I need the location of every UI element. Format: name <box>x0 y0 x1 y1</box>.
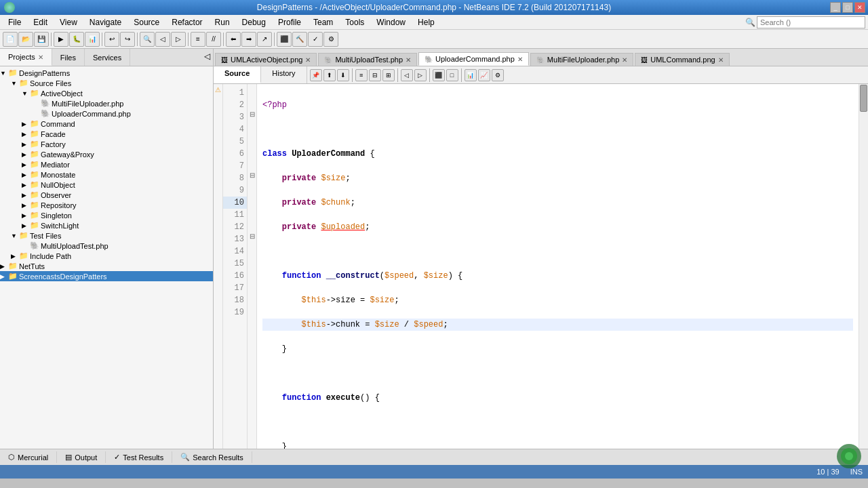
tab-files[interactable]: Files <box>52 49 85 66</box>
menu-tools[interactable]: Tools <box>340 16 370 28</box>
editor-tab-multifileuploader[interactable]: 🐘 MultiFileUploader.php ✕ <box>530 53 633 66</box>
menu-file[interactable]: File <box>3 16 26 28</box>
menu-help[interactable]: Help <box>412 16 440 28</box>
menu-source[interactable]: Source <box>128 16 165 28</box>
collapse-panel-button[interactable]: ◁ <box>201 49 213 66</box>
tree-item-multiuploadtest[interactable]: 🐘 MultiUploadTest.php <box>0 241 213 251</box>
prev-error-button[interactable]: ◁ <box>401 69 413 81</box>
redo-button[interactable]: ↪ <box>120 32 135 47</box>
close-button[interactable]: ✕ <box>854 2 865 13</box>
close-projects-tab[interactable]: ✕ <box>38 54 43 61</box>
prev-bookmark-button[interactable]: ⬆ <box>323 69 336 81</box>
tree-item-test-files[interactable]: ▼ 📁 Test Files <box>0 230 213 241</box>
close-umlactiveobject-tab[interactable]: ✕ <box>305 56 311 64</box>
tree-item-facade[interactable]: ▶ 📁 Facade <box>0 129 213 139</box>
test-button[interactable]: ✓ <box>308 32 323 47</box>
editor-tab-multiuploadtest[interactable]: 🐘 MultiUploadTest.php ✕ <box>318 53 417 66</box>
tree-item-designpatterns[interactable]: ▼ 📁 DesignPatterns <box>0 68 213 78</box>
red-square[interactable]: ⬛ <box>433 69 445 81</box>
global-search-input[interactable] <box>757 16 865 28</box>
tab-history[interactable]: History <box>261 66 307 83</box>
minimize-button[interactable]: _ <box>830 2 841 13</box>
toggle-comment-button[interactable]: // <box>206 32 221 47</box>
debug-button[interactable]: 🐛 <box>69 32 84 47</box>
open-project-button[interactable]: 📂 <box>18 32 33 47</box>
tree-item-nettuts[interactable]: ▶ 📁 NetTuts <box>0 261 213 271</box>
toggle-linenum-button[interactable]: ≡ <box>355 69 368 81</box>
tree-item-repository[interactable]: ▶ 📁 Repository <box>0 200 213 210</box>
bottom-tab-test-results[interactable]: ✓ Test Results <box>106 451 172 463</box>
bar-graph-button[interactable]: 📈 <box>478 69 490 81</box>
new-project-button[interactable]: 📄 <box>3 32 18 47</box>
find-button[interactable]: 🔍 <box>140 32 155 47</box>
tree-item-factory[interactable]: ▶ 📁 Factory <box>0 139 213 149</box>
menu-debug[interactable]: Debug <box>237 16 271 28</box>
toggle-bookmarks-button[interactable]: 📌 <box>310 69 322 81</box>
gutter-empty-9 <box>214 182 222 194</box>
bottom-tab-search-results[interactable]: 🔍 Search Results <box>172 451 252 463</box>
tab-projects[interactable]: Projects ✕ <box>0 49 52 66</box>
navigate-back-button[interactable]: ⬅ <box>226 32 241 47</box>
tree-item-monostate[interactable]: ▶ 📁 Monostate <box>0 169 213 180</box>
run-button[interactable]: ▶ <box>54 32 68 47</box>
vertical-scrollbar[interactable] <box>859 84 868 449</box>
scrollbar-thumb[interactable] <box>860 85 867 112</box>
menu-profile[interactable]: Profile <box>273 16 307 28</box>
tree-item-activeobject[interactable]: ▼ 📁 ActiveObject <box>0 88 213 98</box>
menu-navigate[interactable]: Navigate <box>84 16 127 28</box>
close-uploadercommand-tab[interactable]: ✕ <box>517 56 523 63</box>
square-button[interactable]: □ <box>446 69 458 81</box>
close-multifileuploader-tab[interactable]: ✕ <box>622 56 627 64</box>
find-prev-button[interactable]: ◁ <box>155 32 170 47</box>
tree-item-source-files[interactable]: ▼ 📁 Source Files <box>0 78 213 88</box>
next-bookmark-button[interactable]: ⬇ <box>337 69 349 81</box>
navigate-forward-button[interactable]: ➡ <box>241 32 256 47</box>
next-error-button[interactable]: ▷ <box>414 69 427 81</box>
tree-item-nullobject[interactable]: ▶ 📁 NullObject <box>0 180 213 190</box>
tree-item-switchlight[interactable]: ▶ 📁 SwitchLight <box>0 220 213 230</box>
tab-services[interactable]: Services <box>85 49 130 66</box>
close-multiuploadtest-tab[interactable]: ✕ <box>406 56 411 64</box>
stop-button[interactable]: ⬛ <box>277 32 292 47</box>
fold-all-button[interactable]: ⊟ <box>369 69 381 81</box>
tab-source[interactable]: Source <box>214 66 261 83</box>
more-actions-button[interactable]: ⚙ <box>323 32 338 47</box>
tree-item-screencastsdesignpatters[interactable]: ▶ 📁 ScreencastsDesignPatters <box>0 271 213 281</box>
chart-bar-button[interactable]: 📊 <box>465 69 477 81</box>
bottom-tab-output[interactable]: ▤ Output <box>57 451 106 463</box>
undo-button[interactable]: ↩ <box>104 32 119 47</box>
close-umlcommand-tab[interactable]: ✕ <box>718 56 724 64</box>
profile-button[interactable]: 📊 <box>85 32 100 47</box>
format-button[interactable]: ≡ <box>191 32 205 47</box>
clean-build-button[interactable]: 🔨 <box>292 32 307 47</box>
tree-item-mediator[interactable]: ▶ 📁 Mediator <box>0 159 213 169</box>
code-content[interactable]: <?php class UploaderCommand { private $s… <box>257 84 859 449</box>
menu-team[interactable]: Team <box>308 16 338 28</box>
settings-btn[interactable]: ⚙ <box>492 69 504 81</box>
menu-refactor[interactable]: Refactor <box>166 16 208 28</box>
menu-view[interactable]: View <box>54 16 83 28</box>
code-line-6: private $uploaded; <box>262 221 853 233</box>
editor-tab-umlactiveobject[interactable]: 🖼 UMLActiveObject.png ✕ <box>215 53 317 66</box>
restore-button[interactable]: □ <box>842 2 853 13</box>
menu-run[interactable]: Run <box>210 16 235 28</box>
menu-window[interactable]: Window <box>371 16 411 28</box>
expand-all-button[interactable]: ⊞ <box>382 69 395 81</box>
tree-item-gatewayproxy[interactable]: ▶ 📁 Gateway&Proxy <box>0 149 213 159</box>
tree-item-command[interactable]: ▶ 📁 Command <box>0 119 213 129</box>
line-num-14: 14 <box>223 245 247 258</box>
tree-item-singleton[interactable]: ▶ 📁 Singleton <box>0 210 213 220</box>
find-next-button[interactable]: ▷ <box>171 32 186 47</box>
jump-to-source-button[interactable]: ↗ <box>257 32 272 47</box>
editor-tab-uploadercommand[interactable]: 🐘 UploaderCommand.php ✕ <box>418 52 529 66</box>
editor-tab-umlcommand[interactable]: 🖼 UMLCommand.png ✕ <box>635 53 729 66</box>
separator-6 <box>274 33 275 46</box>
save-button[interactable]: 💾 <box>34 32 49 47</box>
tree-item-observer[interactable]: ▶ 📁 Observer <box>0 190 213 200</box>
tree-item-include-path[interactable]: ▶ 📁 Include Path <box>0 251 213 261</box>
bottom-tab-mercurial[interactable]: ⬡ Mercurial <box>0 451 57 463</box>
line-num-17: 17 <box>223 282 247 294</box>
tree-item-uploadercommand[interactable]: 🐘 UploaderCommand.php <box>0 108 213 119</box>
menu-edit[interactable]: Edit <box>28 16 53 28</box>
tree-item-multifileuploader[interactable]: 🐘 MultiFileUploader.php <box>0 98 213 108</box>
